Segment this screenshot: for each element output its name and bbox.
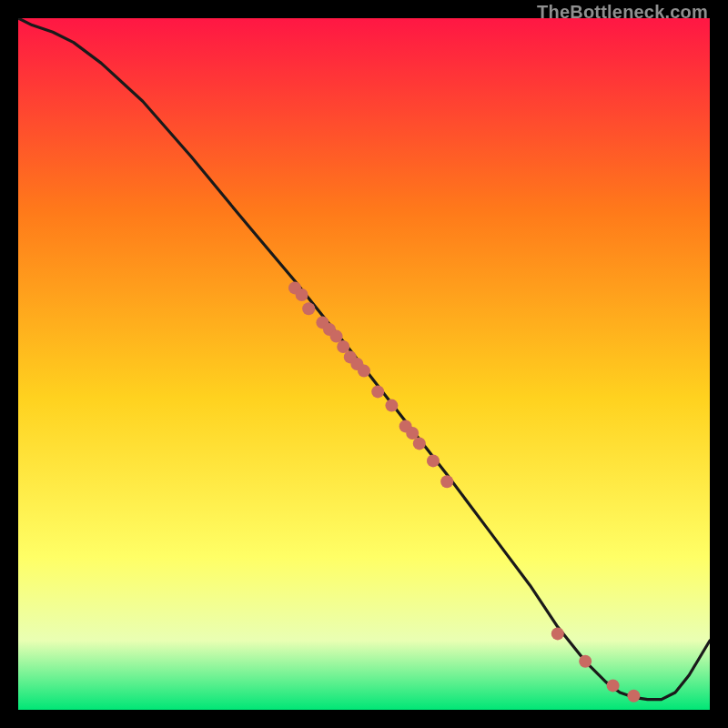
data-point: [302, 302, 315, 315]
data-point: [413, 437, 426, 450]
data-point: [296, 288, 308, 301]
chart-frame: [18, 18, 710, 710]
watermark-text: TheBottleneck.com: [537, 2, 708, 23]
data-point: [627, 690, 640, 703]
data-point: [551, 627, 564, 640]
data-point: [427, 454, 440, 467]
data-point: [385, 399, 398, 412]
data-point: [337, 340, 349, 353]
data-point: [330, 330, 343, 343]
data-point: [607, 679, 620, 692]
data-point: [440, 475, 453, 488]
gradient-background: [18, 18, 710, 710]
bottleneck-chart: [18, 18, 710, 710]
data-point: [371, 385, 384, 398]
data-point: [358, 365, 370, 378]
data-point: [406, 427, 419, 440]
data-point: [579, 655, 592, 668]
